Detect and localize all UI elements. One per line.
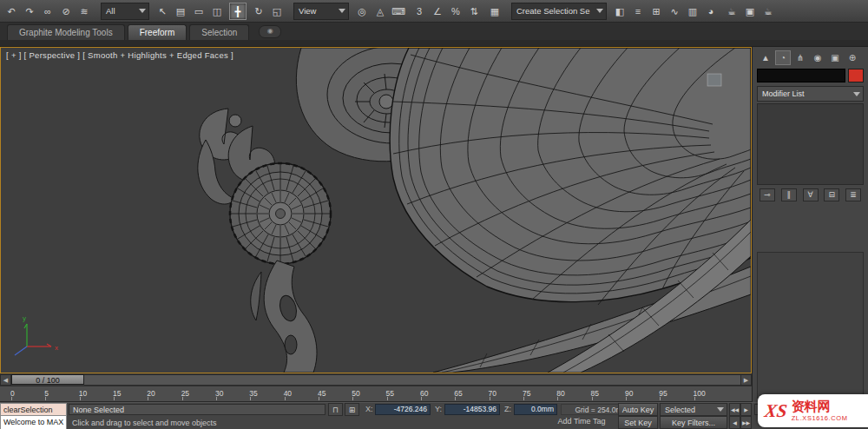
show-end-result-button[interactable]: ∥ bbox=[781, 188, 797, 201]
select-and-move-icon[interactable]: ╋ bbox=[229, 3, 247, 20]
rendered-frame-window-icon[interactable]: ▣ bbox=[741, 3, 759, 20]
undo-icon[interactable]: ↶ bbox=[3, 3, 20, 20]
z-coordinate-field[interactable]: 0.0mm bbox=[514, 404, 557, 415]
material-editor-icon[interactable]: ◕ bbox=[702, 3, 720, 20]
modifier-stack-buttons: ⊸∥∀⊟≣ bbox=[753, 187, 868, 203]
tab-freeform[interactable]: Freeform bbox=[128, 24, 187, 40]
watermark-url: ZL.XS1616.COM bbox=[792, 415, 848, 422]
go-to-end-button[interactable]: ▶▶ bbox=[740, 416, 752, 429]
mirror-icon[interactable]: ◧ bbox=[611, 3, 628, 20]
previous-frame-button[interactable]: ◀ bbox=[729, 416, 740, 429]
window-crossing-toggle-icon[interactable]: ◫ bbox=[208, 3, 226, 20]
toolbar-group-transform: ↻◱ bbox=[250, 3, 286, 20]
watermark-text: 资料网 ZL.XS1616.COM bbox=[792, 399, 848, 422]
x-label: X: bbox=[365, 405, 373, 413]
pin-stack-button[interactable]: ⊸ bbox=[760, 188, 775, 201]
reference-coordinate-dropdown[interactable]: View bbox=[293, 3, 349, 20]
selection-lock-icon[interactable]: ⊓ bbox=[328, 403, 343, 416]
named-selection-dropdown[interactable]: Create Selection Se bbox=[511, 3, 607, 20]
angle-snap-icon[interactable]: ∠ bbox=[429, 3, 446, 20]
motion-tab-icon[interactable]: ◉ bbox=[810, 50, 825, 65]
object-color-swatch[interactable] bbox=[848, 69, 864, 82]
modifier-list-dropdown[interactable]: Modifier List bbox=[757, 86, 864, 102]
select-by-name-icon[interactable]: ▤ bbox=[172, 3, 189, 20]
frame-tick: 15 bbox=[113, 386, 147, 401]
toolbar-group-pivot: ◎◬⌨ bbox=[353, 3, 407, 20]
frame-tick: 10 bbox=[79, 386, 113, 401]
viewport-label[interactable]: [ + ] [ Perspective ] [ Smooth + Highlig… bbox=[6, 50, 233, 60]
maxscript-listener-line[interactable]: Welcome to MAX bbox=[0, 416, 67, 429]
time-slider: ◀ 0 / 100 ▶ bbox=[0, 373, 752, 386]
selection-filter-dropdown[interactable]: All bbox=[101, 3, 149, 20]
maxscript-macro-line[interactable]: clearSelection bbox=[0, 403, 67, 416]
next-frame-arrow-icon[interactable]: ▶ bbox=[740, 374, 752, 386]
time-slider-handle[interactable]: 0 / 100 bbox=[11, 374, 84, 385]
edit-named-selection-sets-icon[interactable]: ▦ bbox=[486, 3, 503, 20]
frame-tick: 90 bbox=[625, 386, 659, 401]
keyboard-shortcut-override-icon[interactable]: ⌨ bbox=[390, 3, 407, 20]
remove-modifier-button[interactable]: ⊟ bbox=[824, 188, 839, 201]
make-unique-button[interactable]: ∀ bbox=[803, 188, 819, 201]
frame-tick: 60 bbox=[420, 386, 454, 401]
select-and-scale-icon[interactable]: ◱ bbox=[268, 3, 286, 20]
x-coordinate-field[interactable]: -4726.246 bbox=[375, 404, 431, 415]
select-and-link-icon[interactable]: ∞ bbox=[39, 3, 56, 20]
render-setup-icon[interactable]: ☕ bbox=[723, 3, 740, 20]
create-tab-icon[interactable]: ▲ bbox=[758, 50, 773, 65]
use-pivot-center-icon[interactable]: ◎ bbox=[353, 3, 371, 20]
frame-tick: 85 bbox=[591, 386, 625, 401]
viewport-canvas: x y bbox=[1, 48, 751, 373]
ribbon-minimize-icon[interactable]: ◉ bbox=[259, 25, 281, 38]
auto-key-button[interactable]: Auto Key bbox=[618, 403, 658, 416]
toolbar-group-render: ☕▣☕ bbox=[723, 3, 777, 20]
named-selection-value: Create Selection Se bbox=[516, 6, 590, 16]
absolute-mode-icon[interactable]: ⊞ bbox=[345, 403, 359, 416]
rectangular-selection-region-icon[interactable]: ▭ bbox=[190, 3, 207, 20]
select-and-manipulate-icon[interactable]: ◬ bbox=[372, 3, 389, 20]
unlink-selection-icon[interactable]: ⊘ bbox=[57, 3, 75, 20]
object-name-field[interactable] bbox=[757, 69, 845, 82]
layer-manager-icon[interactable]: ⊞ bbox=[648, 3, 665, 20]
ribbon-collapsed-strip bbox=[0, 40, 868, 47]
set-key-button[interactable]: Set Key bbox=[618, 416, 658, 429]
toolbar-group-snaps: 3∠%⇅ bbox=[411, 3, 483, 20]
time-slider-track[interactable] bbox=[84, 374, 740, 386]
y-coordinate-field[interactable]: -14853.96 bbox=[444, 404, 500, 415]
render-production-icon[interactable]: ☕ bbox=[760, 3, 777, 20]
chevron-down-icon bbox=[717, 407, 724, 412]
curve-editor-icon[interactable]: ∿ bbox=[666, 3, 683, 20]
chevron-down-icon bbox=[853, 92, 860, 96]
hierarchy-tab-icon[interactable]: ⋔ bbox=[792, 50, 808, 65]
prompt-line: Click and drag to select and move object… bbox=[69, 417, 437, 429]
configure-modifier-sets-button[interactable]: ≣ bbox=[845, 188, 861, 201]
selected-dropdown-value: Selected bbox=[665, 406, 695, 414]
schematic-view-icon[interactable]: ▥ bbox=[684, 3, 701, 20]
frame-tick: 80 bbox=[556, 386, 590, 401]
spinner-snap-icon[interactable]: ⇅ bbox=[465, 3, 483, 20]
align-icon[interactable]: ≡ bbox=[629, 3, 647, 20]
frame-tick: 75 bbox=[523, 386, 556, 401]
snap-toggle-3d-icon[interactable]: 3 bbox=[411, 3, 428, 20]
modify-tab-icon[interactable]: ◔ bbox=[775, 50, 791, 65]
percent-snap-icon[interactable]: % bbox=[447, 3, 464, 20]
tab-graphite-modeling-tools[interactable]: Graphite Modeling Tools bbox=[7, 24, 125, 40]
tab-selection[interactable]: Selection bbox=[189, 24, 249, 40]
watermark-site-name: 资料网 bbox=[792, 399, 848, 412]
previous-frame-arrow-icon[interactable]: ◀ bbox=[0, 374, 11, 386]
display-tab-icon[interactable]: ▣ bbox=[827, 50, 843, 65]
key-filters-button[interactable]: Key Filters... bbox=[660, 416, 727, 429]
modifier-stack-list[interactable] bbox=[757, 103, 864, 185]
select-object-icon[interactable]: ↖ bbox=[154, 3, 171, 20]
perspective-viewport[interactable]: x y [ + ] [ Perspective ] [ Smooth + Hig… bbox=[0, 47, 752, 373]
selected-dropdown[interactable]: Selected bbox=[660, 403, 727, 416]
go-to-start-button[interactable]: ◀◀ bbox=[729, 403, 740, 416]
bind-to-space-warp-icon[interactable]: ≋ bbox=[76, 3, 93, 20]
redo-icon[interactable]: ↷ bbox=[21, 3, 38, 20]
ribbon-tab-bar: Graphite Modeling Tools Freeform Selecti… bbox=[0, 23, 868, 40]
utilities-tab-icon[interactable]: ⊕ bbox=[845, 50, 860, 65]
select-and-rotate-icon[interactable]: ↻ bbox=[250, 3, 267, 20]
play-button[interactable]: ▶ bbox=[740, 403, 752, 416]
command-panel-tabs: ▲◔⋔◉▣⊕ bbox=[753, 47, 868, 67]
track-bar[interactable]: 0510152025303540455055606570758085909510… bbox=[0, 386, 752, 402]
frame-tick: 95 bbox=[659, 386, 693, 401]
